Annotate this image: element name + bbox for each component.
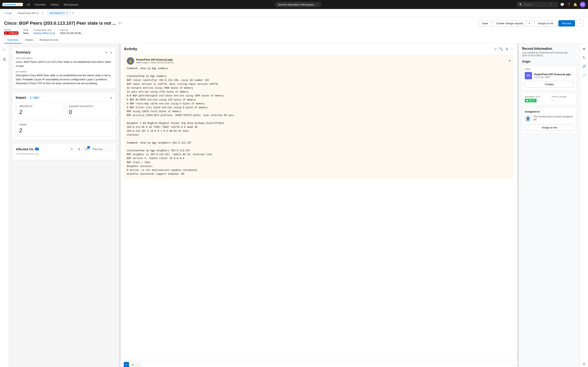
- tab-inc0084377-close[interactable]: ✕: [66, 12, 68, 15]
- filter-cis-button[interactable]: ⊟ 1: [84, 147, 89, 152]
- activity-filter-icon[interactable]: ▽: [494, 47, 497, 51]
- activity-author-name: PowerFlow API ScienceLogic: [136, 58, 173, 61]
- record-info-updated-by: Last updated by PowerFlow API ScienceLog…: [522, 51, 577, 54]
- assigned-title: Assigned to: [525, 110, 574, 113]
- servicenow-logo[interactable]: servicenow Demo: [2, 3, 23, 6]
- far-right-link-icon[interactable]: 🔗: [581, 64, 587, 69]
- record-info-title: Record Information: [522, 47, 577, 50]
- caller-name: PowerFlow API ScienceLogic: [534, 73, 571, 76]
- activity-avatar-icon: 🔒: [129, 59, 132, 63]
- nav-history[interactable]: History: [50, 3, 60, 6]
- page-title: Cisco: BGP Peers (203.0.113.107) Peer st…: [4, 21, 116, 26]
- tab-bar-more[interactable]: ⋯: [582, 11, 586, 15]
- home-sidebar-icon[interactable]: ⌂: [2, 46, 7, 53]
- search-box[interactable]: 🔍 ▼: [517, 2, 558, 7]
- caller-row: PS PowerFlow API ScienceLogic 11:12 pm G…: [525, 72, 574, 79]
- activity-content: Command: show ip bgp summary stanley#sho…: [127, 67, 511, 176]
- far-right-target-icon[interactable]: ⊕: [582, 46, 586, 52]
- record-info-date: 2024-10-09 23:08:16: [522, 54, 577, 57]
- tag-icon[interactable]: 🏷: [119, 21, 122, 25]
- activity-author-row: 🔒 PowerFlow API ScienceLogic Work notes …: [127, 57, 511, 65]
- page-header: Cisco: BGP Peers (203.0.113.107) Peer st…: [0, 17, 588, 44]
- assign-me-button[interactable]: Assign to me: [525, 124, 574, 131]
- tab-bar: ≡ List PowerFlow API S... ✕ INC0084377 ✕…: [0, 9, 588, 17]
- help-icon[interactable]: ❓: [567, 3, 571, 7]
- sla-badge: 53:27: [525, 99, 536, 102]
- right-panel: Record Information Last updated by Power…: [519, 44, 580, 367]
- activity-sort-icon[interactable]: ⇅: [506, 47, 508, 51]
- far-right-doc-icon[interactable]: 📄: [581, 72, 587, 78]
- bell-icon[interactable]: 🔔: [573, 3, 577, 7]
- tab-inc0084377-label: INC0084377: [50, 12, 65, 15]
- desc-label: Description: [16, 70, 112, 73]
- search-icon: 🔍: [519, 3, 522, 6]
- assets-card: Assets 2: [16, 120, 112, 136]
- affected-cis-title: Affected CIs: [16, 147, 34, 151]
- create-change-request-dropdown[interactable]: ▼: [526, 20, 533, 26]
- tab-powerflowapisc[interactable]: PowerFlow API S... ✕: [15, 10, 46, 16]
- page-tab-related-records[interactable]: Related records: [36, 37, 62, 43]
- impact-collapse-button[interactable]: ∧: [110, 96, 112, 100]
- meta-priority: Priority 1 - Critical: [4, 29, 18, 35]
- sla-section: Resolution SLA 53:27 Time to resolve --: [522, 93, 577, 105]
- activity-flag-icon[interactable]: ⚑: [508, 59, 511, 63]
- add-tab-button[interactable]: +: [71, 10, 75, 16]
- chat-icon[interactable]: 💬: [560, 3, 564, 7]
- menu-sidebar-icon[interactable]: ☰: [2, 56, 7, 63]
- tab-list[interactable]: ≡ List: [2, 10, 14, 16]
- tab-powerflowapisc-label: PowerFlow API S...: [17, 12, 40, 15]
- affected-cis-label: Affected CIs: [19, 105, 60, 108]
- view-detail-button[interactable]: □: [137, 362, 142, 367]
- view-split-button[interactable]: ⊟: [130, 362, 136, 367]
- view-list-button[interactable]: ≡: [124, 362, 129, 367]
- summary-card: Summary ✏ ∧ Short description Cisco: BGP…: [12, 47, 116, 89]
- far-right-refresh-icon[interactable]: ↻: [582, 55, 586, 60]
- workspace-selector[interactable]: Service Operations Workspace ☆: [275, 2, 321, 7]
- save-button[interactable]: Save: [479, 20, 492, 26]
- create-change-request-button[interactable]: Create change request: [493, 20, 526, 26]
- activity-avatar: 🔒: [127, 57, 134, 65]
- activity-header: Activity ▽ 🔍 ⇅ ⋯: [124, 47, 514, 51]
- view-toggle: ≡ ⊟ □: [124, 362, 142, 367]
- nav-all[interactable]: All: [26, 3, 31, 6]
- page-tab-overview[interactable]: Overview: [4, 37, 22, 43]
- meta-config-item: Configuration item stanley.office.local: [34, 29, 55, 35]
- content-area: Summary ✏ ∧ Short description Cisco: BGP…: [9, 44, 588, 367]
- activity-panel: Activity ▽ 🔍 ⇅ ⋯ 🔒 PowerFlow API Science…: [121, 44, 517, 360]
- desc-value: Description Cisco BGP Peer state is not …: [16, 73, 112, 85]
- activity-more-icon[interactable]: ⋯: [511, 47, 514, 51]
- tab-powerflowapisc-close[interactable]: ✕: [42, 12, 44, 15]
- nav-workspaces[interactable]: Workspaces: [63, 3, 79, 6]
- user-avatar[interactable]: PS: [580, 2, 586, 7]
- summary-edit-button[interactable]: ✏: [105, 50, 108, 54]
- search-dropdown-icon[interactable]: ▼: [550, 3, 552, 6]
- activity-search-icon[interactable]: 🔍: [499, 47, 503, 51]
- nav-favorites[interactable]: Favorites: [34, 3, 46, 6]
- activity-entry: 🔒 PowerFlow API ScienceLogic Work notes …: [124, 54, 514, 179]
- more-cis-button[interactable]: ⋯: [106, 147, 112, 152]
- config-item-link[interactable]: stanley.office.local: [34, 32, 55, 35]
- assign-to-me-button[interactable]: Assign to me: [535, 20, 557, 26]
- affected-cis-count: 2: [35, 148, 39, 150]
- caller-time: 11:12 pm GMT: [534, 76, 571, 79]
- tab-inc0084377[interactable]: INC0084377 ✕: [47, 10, 71, 16]
- settings-cis-button[interactable]: ⚙: [76, 147, 82, 152]
- resolve-button[interactable]: Resolve: [558, 20, 575, 26]
- top-navigation: servicenow Demo All Favorites History Wo…: [0, 0, 588, 9]
- refresh-cis-button[interactable]: ↻: [69, 147, 75, 152]
- caller-avatar: PS: [525, 72, 532, 79]
- affected-cis-metric: Affected CIs 2: [16, 102, 63, 118]
- origin-section-title: Origin: [522, 60, 577, 63]
- impacted-services-label: Impacted Services/CIs: [69, 105, 109, 108]
- search-input[interactable]: [524, 3, 548, 6]
- impact-card: Impact 1 - High ∧ Affected CIs 2 Impacte…: [12, 92, 116, 140]
- remove-cis-button[interactable]: Remove: [91, 147, 105, 152]
- page-tab-details[interactable]: Details: [22, 37, 36, 43]
- activity-meta: Work notes • 2024-10-09 23:08:16: [136, 61, 173, 64]
- impact-badge: 1 - High: [28, 96, 40, 100]
- workspace-favorite-icon[interactable]: ☆: [316, 3, 318, 6]
- contact-button[interactable]: Contact: [525, 81, 574, 88]
- summary-collapse-button[interactable]: ∧: [110, 50, 112, 54]
- more-actions-button[interactable]: ⋯: [577, 20, 584, 26]
- far-right-bottom-icon[interactable]: ⊙: [582, 361, 586, 367]
